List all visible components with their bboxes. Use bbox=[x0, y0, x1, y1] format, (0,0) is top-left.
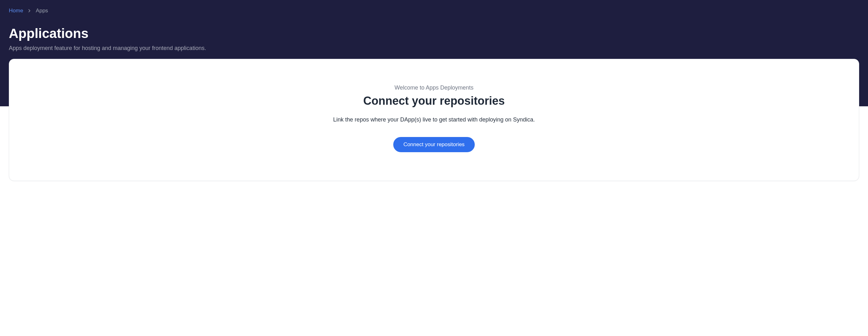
breadcrumb-home-link[interactable]: Home bbox=[9, 8, 23, 14]
card-description: Link the repos where your DApp(s) live t… bbox=[22, 116, 846, 123]
breadcrumb-current: Apps bbox=[36, 8, 48, 14]
content-wrapper: Welcome to Apps Deployments Connect your… bbox=[0, 59, 868, 181]
connect-repositories-button[interactable]: Connect your repositories bbox=[393, 137, 475, 152]
breadcrumb: Home Apps bbox=[9, 8, 859, 14]
page-subtitle: Apps deployment feature for hosting and … bbox=[9, 45, 859, 52]
card-heading: Connect your repositories bbox=[22, 94, 846, 108]
card-eyebrow: Welcome to Apps Deployments bbox=[22, 84, 846, 91]
chevron-right-icon bbox=[27, 8, 32, 13]
page-title: Applications bbox=[9, 26, 859, 41]
connect-repos-card: Welcome to Apps Deployments Connect your… bbox=[9, 59, 859, 181]
